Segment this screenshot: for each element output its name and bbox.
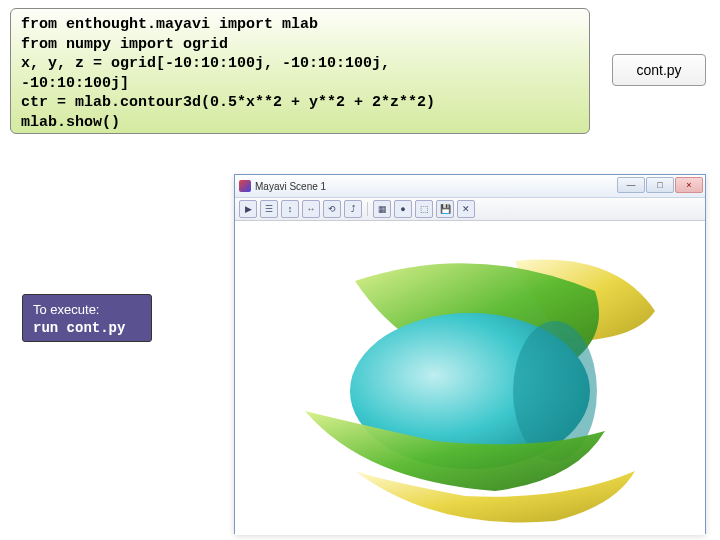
render-scene[interactable]: [235, 221, 705, 535]
execute-command: run cont.py: [33, 319, 141, 338]
toolbar-btn-9[interactable]: ⬚: [415, 200, 433, 218]
minimize-button[interactable]: —: [617, 177, 645, 193]
app-icon: [239, 180, 251, 192]
toolbar-btn-11[interactable]: ✕: [457, 200, 475, 218]
toolbar-btn-2[interactable]: ↕: [281, 200, 299, 218]
window-titlebar[interactable]: Mayavi Scene 1 — □ ×: [235, 175, 705, 198]
toolbar-btn-3[interactable]: ↔: [302, 200, 320, 218]
contour3d-plot-icon: [235, 221, 705, 535]
filename-label: cont.py: [612, 54, 706, 86]
mayavi-window: Mayavi Scene 1 — □ × ▶ ☰ ↕ ↔ ⟲ ⤴ ▦ ● ⬚ 💾…: [234, 174, 706, 534]
toolbar-btn-4[interactable]: ⟲: [323, 200, 341, 218]
toolbar: ▶ ☰ ↕ ↔ ⟲ ⤴ ▦ ● ⬚ 💾 ✕: [235, 198, 705, 221]
execute-label: To execute:: [33, 301, 141, 319]
toolbar-btn-0[interactable]: ▶: [239, 200, 257, 218]
toolbar-btn-1[interactable]: ☰: [260, 200, 278, 218]
toolbar-btn-10[interactable]: 💾: [436, 200, 454, 218]
window-title: Mayavi Scene 1: [255, 181, 326, 192]
toolbar-btn-7[interactable]: ▦: [373, 200, 391, 218]
toolbar-btn-8[interactable]: ●: [394, 200, 412, 218]
code-block: from enthought.mayavi import mlab from n…: [10, 8, 590, 134]
execute-instruction: To execute: run cont.py: [22, 294, 152, 342]
toolbar-btn-5[interactable]: ⤴: [344, 200, 362, 218]
close-button[interactable]: ×: [675, 177, 703, 193]
toolbar-separator: [367, 202, 368, 216]
maximize-button[interactable]: □: [646, 177, 674, 193]
